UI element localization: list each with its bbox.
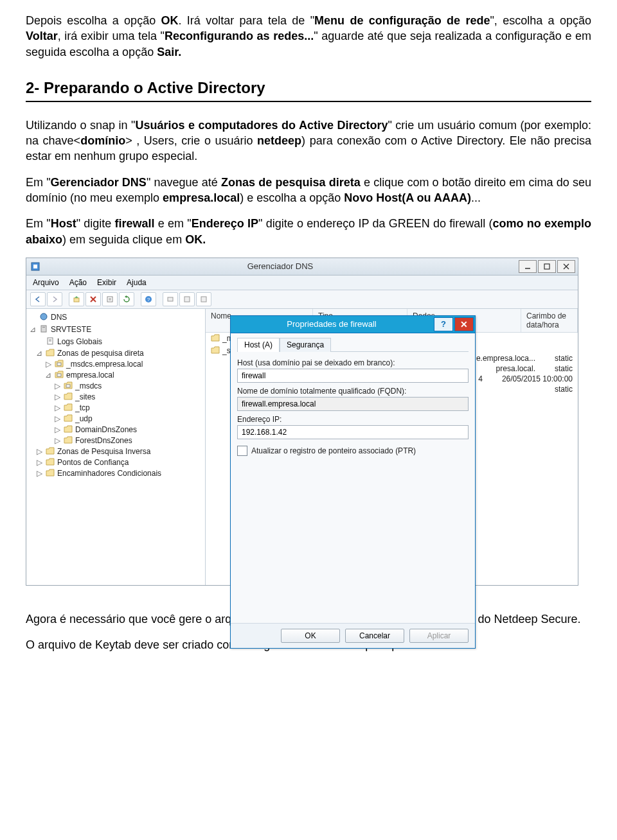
toolbar-help-button[interactable]: ?	[141, 292, 156, 306]
tree-item[interactable]: ⊿empresa.local	[26, 370, 205, 381]
section-rule	[26, 101, 591, 102]
host-input[interactable]	[237, 369, 469, 383]
svg-rect-6	[74, 298, 79, 302]
tree-twisty-icon[interactable]: ▷	[35, 458, 43, 467]
tree-item[interactable]: Logs Globais	[26, 336, 205, 348]
tree-node-icon	[64, 403, 73, 413]
toolbar-properties-button[interactable]	[102, 292, 118, 306]
ip-input[interactable]	[237, 425, 469, 439]
tree-item[interactable]: ▷_msdcs.empresa.local	[26, 359, 205, 370]
svg-rect-19	[42, 327, 45, 328]
svg-rect-24	[57, 374, 61, 376]
tree-node-icon	[46, 458, 55, 468]
ok-button[interactable]: OK	[281, 629, 340, 643]
apply-button[interactable]: Aplicar	[409, 629, 469, 643]
svg-text:?: ?	[147, 297, 150, 302]
paragraph-ad2: Em "Gerenciador DNS" navegue até Zonas d…	[26, 175, 591, 206]
menu-ajuda[interactable]: Ajuda	[127, 278, 147, 287]
tree-twisty-icon[interactable]: ▷	[53, 392, 61, 401]
tree-twisty-icon[interactable]: ⊿	[35, 349, 43, 358]
dialog-tabs: Host (A) Segurança	[237, 337, 469, 352]
tree-item[interactable]: ▷ForestDnsZones	[26, 435, 205, 446]
tree-node-icon	[55, 360, 64, 369]
tree-item-label: Pontos de Confiança	[57, 458, 129, 467]
close-button[interactable]	[557, 260, 575, 273]
svg-rect-18	[41, 326, 46, 332]
tree-item[interactable]: ▷Pontos de Confiança	[26, 457, 205, 468]
svg-rect-3	[544, 264, 550, 269]
tree-item[interactable]: DNS	[26, 311, 205, 324]
toolbar-extra2-button[interactable]	[179, 292, 195, 306]
tree-twisty-icon[interactable]: ▷	[53, 436, 61, 445]
tree-node-icon	[55, 371, 64, 380]
svg-rect-9	[107, 297, 112, 302]
tree-twisty-icon[interactable]: ▷	[53, 403, 61, 412]
tree-pane[interactable]: DNS⊿SRVTESTELogs Globais⊿Zonas de pesqui…	[26, 309, 206, 585]
tree-node-icon	[64, 392, 73, 402]
tree-node-icon	[64, 436, 73, 446]
maximize-button[interactable]	[538, 260, 556, 273]
menu-acao[interactable]: Ação	[69, 278, 87, 287]
toolbar-extra1-button[interactable]	[163, 292, 178, 306]
list-item-fragment: static	[535, 385, 573, 394]
tree-item[interactable]: ▷DomainDnsZones	[26, 424, 205, 435]
cancel-button[interactable]: Cancelar	[345, 629, 404, 643]
dialog-help-button[interactable]: ?	[434, 317, 453, 331]
tree-item-label: _msdcs.empresa.local	[66, 360, 143, 369]
toolbar-refresh-button[interactable]	[119, 292, 134, 306]
tree-twisty-icon[interactable]: ▷	[35, 469, 43, 478]
svg-rect-15	[184, 297, 190, 302]
tree-item[interactable]: ⊿SRVTESTE	[26, 324, 205, 336]
tree-twisty-icon[interactable]: ▷	[53, 425, 61, 434]
screenshot-dns-manager: Gerenciador DNS Arquivo Ação Exibir Ajud…	[26, 258, 578, 586]
col-header-carimbo[interactable]: Carimbo de data/hora	[521, 309, 578, 332]
dialog-titlebar: Propriedades de firewall ? ✕	[231, 316, 475, 333]
tab-seguranca[interactable]: Segurança	[280, 338, 331, 352]
svg-rect-16	[201, 297, 206, 302]
tree-twisty-icon[interactable]: ⊿	[44, 371, 52, 380]
menu-arquivo[interactable]: Arquivo	[33, 278, 59, 287]
folder-icon	[211, 334, 220, 344]
tree-item[interactable]: ▷_udp	[26, 414, 205, 424]
tree-twisty-icon[interactable]: ⊿	[29, 325, 37, 334]
tree-item[interactable]: ▷_msdcs	[26, 381, 205, 392]
toolbar-forward-button[interactable]	[47, 292, 62, 306]
minimize-button[interactable]	[519, 260, 537, 273]
tab-host-a[interactable]: Host (A)	[237, 338, 280, 352]
fqdn-input[interactable]	[237, 397, 469, 411]
toolbar-extra3-button[interactable]	[196, 292, 211, 306]
toolbar-back-button[interactable]	[30, 292, 46, 306]
list-pane[interactable]: Nome Tipo Dados Carimbo de data/hora _ms…	[206, 309, 578, 585]
tree-node-icon	[39, 324, 48, 335]
toolbar: ?	[26, 290, 578, 309]
tree-item[interactable]: ▷_tcp	[26, 403, 205, 414]
toolbar-up-button[interactable]	[69, 292, 84, 306]
tree-twisty-icon[interactable]: ▷	[53, 381, 61, 390]
toolbar-delete-button[interactable]	[85, 292, 101, 306]
paragraph-ad3: Em "Host" digite firewall e em "Endereço…	[26, 216, 591, 247]
tree-item[interactable]: ▷Zonas de Pesquisa Inversa	[26, 446, 205, 457]
fqdn-label: Nome de domínio totalmente qualificado (…	[237, 387, 469, 396]
folder-icon	[211, 346, 220, 356]
dialog-close-button[interactable]: ✕	[454, 317, 474, 331]
tree-node-icon	[46, 469, 55, 478]
tree-item-label: _msdcs	[75, 381, 102, 390]
svg-rect-14	[168, 297, 173, 301]
paragraph-ad1: Utilizando o snap in "Usuários e computa…	[26, 118, 591, 164]
tree-node-icon	[46, 349, 55, 358]
host-label: Host (usa domínio pai se deixado em bran…	[237, 358, 469, 367]
tree-item[interactable]: ⊿Zonas de pesquisa direta	[26, 348, 205, 359]
tree-item[interactable]: ▷Encaminhadores Condicionais	[26, 468, 205, 479]
tree-item-label: _tcp	[75, 403, 90, 412]
menu-exibir[interactable]: Exibir	[97, 278, 116, 287]
ptr-checkbox[interactable]	[237, 446, 247, 456]
tree-node-icon	[39, 312, 48, 323]
app-icon	[30, 261, 40, 272]
svg-rect-25	[66, 385, 70, 387]
tree-item-label: _udp	[75, 414, 93, 423]
tree-twisty-icon[interactable]: ▷	[53, 414, 61, 423]
tree-twisty-icon[interactable]: ▷	[35, 447, 43, 456]
tree-item[interactable]: ▷_sites	[26, 392, 205, 403]
tree-twisty-icon[interactable]: ▷	[44, 360, 52, 369]
svg-point-17	[40, 313, 47, 320]
